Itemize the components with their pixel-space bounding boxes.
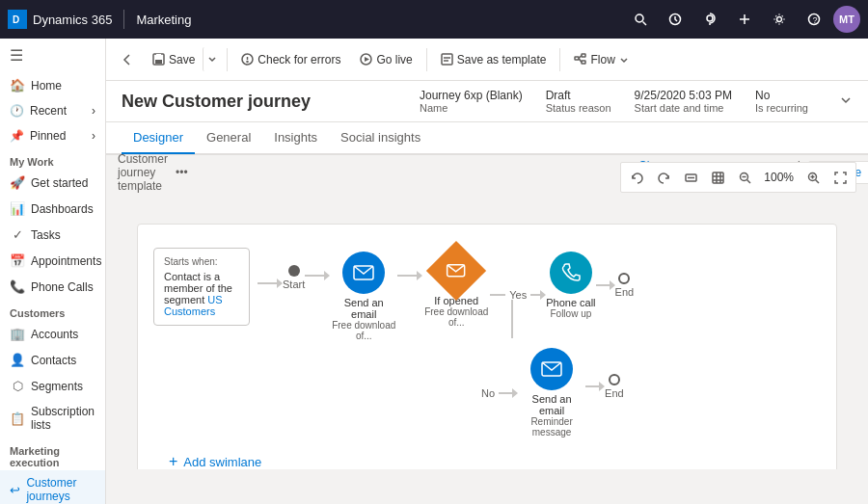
user-avatar[interactable]: MT [833, 6, 860, 33]
svg-rect-29 [713, 172, 723, 183]
reminder-email-node[interactable]: Send an email Reminder message [518, 348, 585, 438]
grid-tool[interactable] [706, 166, 729, 189]
sidebar-item-contacts[interactable]: 👤 Contacts [0, 347, 105, 373]
more-options-icon[interactable]: ••• [176, 166, 188, 179]
svg-marker-18 [365, 57, 369, 62]
svg-rect-12 [155, 60, 162, 64]
trigger-text: Contact is a member of the segment US Cu… [164, 271, 239, 317]
recurring-label: Is recurring [755, 102, 808, 114]
trigger-box: Starts when: Contact is a member of the … [153, 248, 250, 326]
send-email-node[interactable]: Send an email Free download of... [330, 252, 397, 341]
back-button[interactable] [114, 46, 141, 73]
condition-node[interactable]: If opened Free download of... [422, 250, 490, 328]
svg-point-5 [707, 15, 713, 21]
customer-journeys-icon: ↩ [10, 483, 20, 497]
phone-call-label: Phone call [546, 297, 595, 308]
tab-social-insights[interactable]: Social insights [329, 122, 432, 154]
sidebar-item-home[interactable]: 🏠 Home [0, 72, 105, 98]
zoom-level: 100% [760, 171, 798, 184]
save-chevron[interactable] [203, 47, 221, 71]
undo-tool[interactable] [625, 166, 648, 189]
page-meta: Journey 6xp (Blank) Name Draft Status re… [420, 89, 853, 114]
nav-icons: ? MT [625, 4, 860, 35]
phone-calls-icon: 📞 [10, 279, 25, 294]
toolbar-divider-3 [559, 48, 560, 71]
sidebar-item-segments[interactable]: ⬡ Segments [0, 373, 105, 399]
add-swimlane-icon: + [169, 453, 177, 469]
status-value: Draft [546, 89, 611, 102]
svg-line-35 [746, 179, 750, 183]
sidebar-item-customer-journeys[interactable]: ↩ Customer journeys [0, 470, 105, 504]
canvas-toolbar: 100% [620, 162, 856, 193]
swimlane: Starts when: Contact is a member of the … [137, 224, 837, 469]
svg-rect-22 [575, 57, 579, 60]
go-live-button[interactable]: Go live [352, 48, 420, 71]
template-label: Customer journey template [118, 154, 168, 193]
flow-chevron-icon [619, 55, 629, 65]
svg-rect-23 [582, 54, 585, 57]
save-template-icon [441, 53, 453, 66]
add-swimlane-button[interactable]: + Add swimlane [153, 445, 821, 469]
flow-button[interactable]: Flow [566, 48, 636, 71]
contacts-icon: 👤 [10, 353, 25, 367]
recent-icon: 🕐 [10, 104, 24, 118]
save-button[interactable]: Save [145, 48, 203, 71]
segments-icon: ⬡ [10, 379, 25, 393]
recent-items-icon[interactable] [660, 4, 691, 35]
journey-name-label: Name [420, 102, 523, 114]
nav-divider [123, 10, 124, 29]
email1-sublabel: Free download of... [330, 320, 397, 341]
svg-rect-13 [156, 54, 161, 57]
subscription-icon: 📋 [10, 411, 25, 426]
go-live-icon [360, 53, 372, 66]
status-label: Status reason [546, 102, 611, 114]
help-icon[interactable]: ? [799, 4, 829, 35]
page-title: New Customer journey [122, 92, 311, 112]
email2-icon [530, 348, 573, 390]
sidebar-item-phone-calls[interactable]: 📞 Phone Calls [0, 274, 105, 300]
date-meta: 9/25/2020 5:03 PM Start date and time [635, 89, 732, 114]
my-work-header: My Work [0, 148, 105, 170]
svg-rect-19 [442, 54, 452, 65]
phone-call-node[interactable]: Phone call Follow up [546, 252, 595, 319]
sidebar-item-get-started[interactable]: 🚀 Get started [0, 170, 105, 196]
toolbar-divider-2 [426, 48, 427, 71]
end-node-2: End [605, 374, 624, 399]
sidebar-item-recent[interactable]: 🕐 Recent › [0, 98, 105, 123]
check-errors-button[interactable]: Check for errors [233, 48, 348, 71]
meta-expand-chevron[interactable] [839, 93, 853, 110]
svg-line-26 [579, 59, 582, 63]
status-meta: Draft Status reason [546, 89, 611, 114]
fullscreen-tool[interactable] [828, 166, 852, 189]
sidebar-item-subscription-lists[interactable]: 📋 Subscription lists [0, 399, 105, 438]
settings-icon[interactable] [764, 4, 795, 35]
zoom-in-tool[interactable] [801, 166, 825, 189]
sidebar-item-dashboards[interactable]: 📊 Dashboards [0, 196, 105, 222]
start-label: Start [283, 279, 305, 290]
redo-tool[interactable] [652, 166, 675, 189]
save-as-template-button[interactable]: Save as template [433, 48, 555, 71]
search-icon[interactable] [625, 4, 656, 35]
sidebar-item-accounts[interactable]: 🏢 Accounts [0, 321, 105, 347]
add-icon[interactable] [729, 4, 760, 35]
condition-sublabel: Free download of... [422, 306, 490, 328]
tab-insights[interactable]: Insights [262, 122, 329, 154]
tab-designer[interactable]: Designer [122, 122, 195, 154]
zoom-out-tool[interactable] [733, 166, 756, 189]
sidebar-item-pinned[interactable]: 📌 Pinned › [0, 123, 105, 148]
check-errors-icon [241, 53, 254, 66]
hamburger-icon[interactable]: ☰ [0, 39, 105, 72]
email-icon [342, 252, 385, 294]
save-split-button[interactable]: Save [145, 47, 221, 71]
toolbar-divider-1 [227, 48, 228, 71]
sidebar-item-tasks[interactable]: ✓ Tasks [0, 222, 105, 248]
tasks-icon: ✓ [10, 227, 25, 242]
app-logo[interactable]: D Dynamics 365 [8, 10, 112, 29]
sidebar-item-appointments[interactable]: 📅 Appointments [0, 248, 105, 274]
location-icon[interactable] [694, 4, 725, 35]
recurring-meta: No Is recurring [755, 89, 808, 114]
fit-width-tool[interactable] [679, 166, 702, 189]
tab-general[interactable]: General [195, 122, 262, 154]
end-node-1: End [615, 273, 635, 298]
customers-header: Customers [0, 300, 105, 321]
